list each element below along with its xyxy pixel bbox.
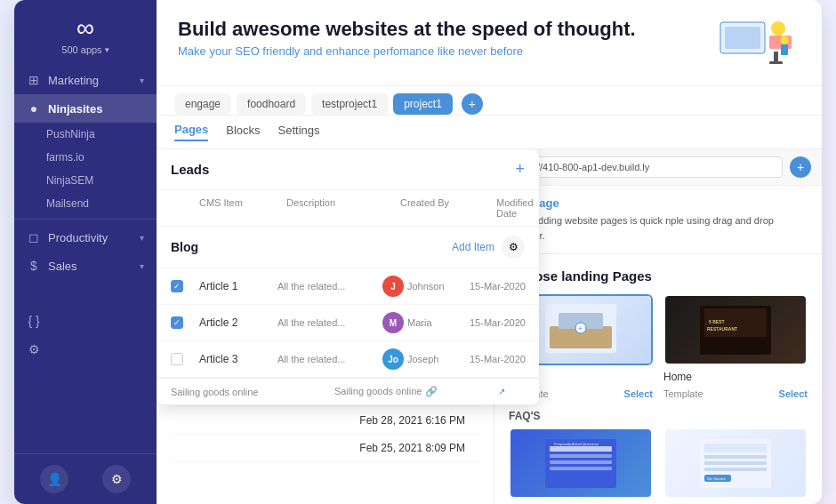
svg-text:5 BEST: 5 BEST (709, 319, 725, 324)
create-page-desc: eate Page uild.y, adding website pages i… (494, 186, 822, 254)
row-name (171, 435, 253, 462)
sidebar-item-ninjasem[interactable]: NinjaSEM (14, 169, 157, 192)
blog-section-header: Blog Add Item ⚙ (157, 227, 494, 268)
col-checkbox (171, 197, 192, 219)
tab-foodboard[interactable]: foodhoard (237, 93, 306, 115)
sidebar-item-productivity[interactable]: ◻ Productivity ▾ (14, 223, 157, 252)
nav-settings[interactable]: Settings (278, 124, 320, 140)
table-row[interactable]: Feb 28, 2021 6:16 PM (171, 407, 479, 435)
sidebar-item-pushninja[interactable]: PushNinja (14, 123, 157, 146)
banner-illustration (711, 18, 800, 71)
svg-rect-1 (725, 27, 760, 49)
svg-rect-26 (704, 455, 767, 459)
user-avatar[interactable]: 👤 (40, 465, 68, 493)
blog-row-article1[interactable]: ✓ Article 1 All the related... J Johnson… (157, 268, 494, 305)
article2-date: 15-Mar-2020 (470, 317, 494, 328)
article1-date: 15-Mar-2020 (470, 281, 494, 292)
blog-title: Blog (171, 240, 198, 254)
svg-text:+: + (578, 324, 583, 332)
add-item-button[interactable]: Add Item (452, 241, 494, 253)
svg-rect-20 (550, 454, 612, 458)
tab-project1[interactable]: project1 (393, 93, 453, 115)
sidebar-item-marketing[interactable]: ⊞ Marketing ▾ (14, 66, 157, 94)
logo-icon: ∞ (76, 16, 94, 41)
user-avatar-icon: 👤 (47, 472, 62, 486)
row-url (253, 435, 352, 462)
page-title: Build awesome websites at the speed of t… (178, 18, 636, 41)
page-navigation: Pages Blocks Settings (157, 116, 822, 149)
create-page-title: eate Page (505, 196, 811, 210)
marketing-icon: ⊞ (27, 73, 41, 87)
tab-testproject1[interactable]: testproject1 (311, 93, 388, 115)
right-panel: + eate Page uild.y, adding website pages… (494, 149, 822, 504)
article1-author: Johnson (407, 281, 445, 292)
select-restaurant-button[interactable]: Select (779, 388, 808, 399)
article3-label: Article 3 (199, 353, 270, 365)
svg-rect-21 (550, 460, 612, 464)
landing-preview-restaurant[interactable]: 5 BEST RESTAURANT (663, 294, 808, 365)
url-add-button[interactable]: + (790, 156, 811, 178)
table-row[interactable]: Feb 25, 2021 8:09 PM (171, 435, 479, 462)
mailsend-label: Mailsend (46, 197, 89, 210)
sidebar-item-label: Ninjasites (48, 102, 102, 116)
article2-avatar: M (382, 312, 404, 333)
sales-chevron-icon: ▾ (140, 261, 144, 271)
sidebar-item-sales[interactable]: $ Sales ▾ (14, 252, 157, 280)
left-panel: My Apps 🔍 Found 12 Results NAME PAGE URL… (157, 149, 494, 504)
blog-row-article2[interactable]: ✓ Article 2 All the related... M Maria 1… (157, 305, 494, 341)
page-subtitle: Make your SEO friendly and enhance perfo… (178, 44, 636, 58)
sidebar-item-farms[interactable]: farms.io (14, 146, 157, 169)
main-content: Build awesome websites at the speed of t… (157, 0, 822, 504)
svg-rect-25 (704, 444, 767, 452)
row-date: Feb 28, 2021 6:16 PM (352, 407, 479, 435)
sidebar-item-mailsend[interactable]: Mailsend (14, 192, 157, 215)
tab-engage[interactable]: engage (174, 93, 231, 115)
tabs-bar: engage foodhoard testproject1 project1 + (157, 86, 822, 116)
sidebar-item-code[interactable]: { } (14, 307, 157, 335)
code-icon: { } (27, 314, 41, 328)
row-url (253, 407, 352, 435)
landing-label-restaurant: Home (663, 371, 808, 383)
article3-author: Joseph (407, 354, 438, 364)
leads-panel: Leads + CMS Item Description Created By … (157, 149, 494, 404)
svg-rect-28 (704, 468, 767, 471)
sidebar-item-settings[interactable]: ⚙ (14, 335, 157, 364)
leads-title: Leads (171, 162, 209, 177)
tab-add-button[interactable]: + (462, 93, 483, 115)
landing-title: Choose landing Pages (509, 268, 808, 284)
landing-preview-faq-blue[interactable]: Frequently Asked Questions (509, 428, 653, 499)
logo-apps[interactable]: 500 apps ▾ (61, 44, 109, 55)
row-date: Feb 25, 2021 8:09 PM (352, 435, 479, 462)
url-bar: + (494, 149, 822, 186)
nav-pages[interactable]: Pages (174, 123, 208, 141)
pushninja-label: PushNinja (46, 128, 95, 140)
main-area: My Apps 🔍 Found 12 Results NAME PAGE URL… (157, 149, 822, 504)
svg-rect-7 (781, 44, 788, 55)
landing-item-restaurant: 5 BEST RESTAURANT Home Template (663, 294, 808, 399)
article1-checkbox[interactable]: ✓ (171, 280, 183, 292)
landing-preview-faq-light[interactable]: Get Started (663, 428, 808, 499)
article3-checkbox[interactable] (171, 353, 183, 365)
blog-row-article3[interactable]: Article 3 All the related... Jo Joseph 1… (157, 341, 494, 378)
productivity-icon: ◻ (27, 230, 41, 244)
create-page-text: uild.y, adding website pages is quick np… (505, 213, 811, 243)
leads-columns: CMS Item Description Created By Modified… (157, 190, 494, 227)
leads-header: Leads + (157, 149, 494, 190)
svg-point-6 (780, 36, 789, 44)
select-home-button[interactable]: Select (624, 388, 653, 399)
landing-item-faq-light: Get Started FAQ'S Template Select (663, 428, 808, 504)
marketing-chevron-icon: ▾ (140, 76, 144, 85)
sidebar-item-ninjasites[interactable]: ● Ninjasites (14, 94, 157, 123)
ninjasem-label: NinjaSEM (46, 174, 93, 187)
settings-button[interactable]: ⚙ (102, 465, 131, 493)
svg-point-3 (771, 21, 785, 36)
sidebar-item-label: Sales (48, 260, 77, 273)
svg-rect-4 (774, 52, 778, 62)
nav-blocks[interactable]: Blocks (226, 124, 260, 140)
url-input[interactable] (505, 156, 783, 178)
banner-text: Build awesome websites at the speed of t… (178, 18, 636, 58)
logo-area: ∞ 500 apps ▾ (14, 0, 157, 66)
top-banner: Build awesome websites at the speed of t… (157, 0, 822, 86)
svg-rect-27 (704, 461, 767, 465)
article2-checkbox[interactable]: ✓ (171, 316, 183, 329)
